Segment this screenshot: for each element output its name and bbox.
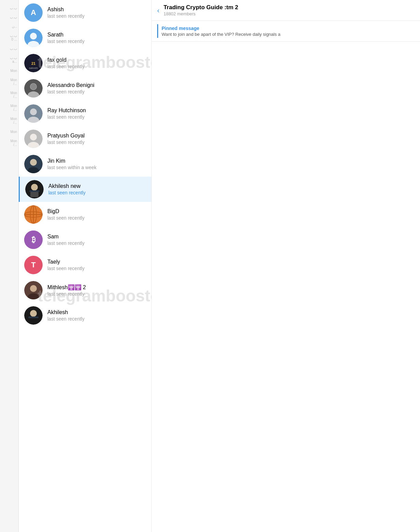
avatar-bigd [24, 205, 43, 224]
pinned-bar-accent [157, 24, 158, 38]
avatar-akhilesh-new [25, 180, 44, 198]
contact-item-ray[interactable]: Ray Hutchinson last seen recently [19, 101, 151, 126]
svg-point-9 [30, 84, 36, 90]
svg-point-1 [30, 33, 37, 40]
avatar-mithlesh [24, 281, 43, 299]
contact-info-ashish: Ashish last seen recently [47, 6, 146, 19]
svg-point-20 [31, 184, 38, 191]
contact-status-ashish: last seen recently [47, 13, 146, 19]
right-panel: ‹ Trading Crypto Guide :tm 2 18802 membe… [152, 0, 420, 532]
avatar-taely: T [24, 256, 43, 274]
avatar-sarath [24, 29, 43, 47]
contact-name-mithlesh: Mithlesh🕎🕎 2 [47, 284, 146, 291]
contact-info-akhilesh: Akhilesh last seen recently [47, 309, 146, 322]
back-button[interactable]: ‹ [157, 6, 160, 14]
sidebar-time-8: Mon/... [0, 75, 18, 88]
contact-name-akhilesh-new: Akhilesh new [48, 183, 146, 189]
avatar-fax-gold: 21 satoshi [24, 54, 43, 72]
svg-text:21: 21 [31, 61, 35, 65]
sidebar-time-13: Mon/... [0, 136, 18, 149]
contact-name-ashish: Ashish [47, 6, 146, 13]
contact-name-bigd: BigD [47, 208, 146, 215]
svg-point-17 [30, 159, 37, 166]
avatar-alessandro [24, 79, 43, 98]
contact-info-alessandro: Alessandro Benigni last seen recently [47, 82, 146, 94]
contact-name-fax-gold: fax gold [47, 57, 146, 63]
contact-name-sarath: Sarath [47, 32, 146, 38]
sidebar-time-5: ب.ب [0, 44, 18, 53]
contact-info-fax-gold: fax gold last seen recently [47, 57, 146, 69]
contact-name-taely: Taely [47, 259, 146, 265]
contact-status-bigd: last seen recently [47, 215, 146, 221]
svg-rect-21 [30, 192, 39, 197]
avatar-ashish: A [24, 3, 43, 22]
svg-rect-22 [29, 190, 40, 192]
avatar-sam: ₿ [24, 231, 43, 249]
avatar-pratyush [24, 130, 43, 148]
contact-info-taely: Taely last seen recently [47, 259, 146, 271]
contact-status-taely: last seen recently [47, 266, 146, 271]
contact-name-pratyush: Pratyush Goyal [47, 133, 146, 139]
sidebar-time-7: Mon [0, 66, 18, 75]
sidebar-time-12: Mon [0, 127, 18, 136]
contact-name-sam: Sam [47, 234, 146, 240]
sidebar-time-10: Mon/... [0, 101, 18, 114]
sidebar-time-2: ب.ب [0, 13, 18, 22]
contact-status-akhilesh: last seen recently [47, 316, 146, 322]
svg-rect-35 [28, 316, 39, 318]
sidebar-time-6: ب.بa... [0, 53, 18, 66]
pinned-text: Want to join and be apart of the VIP? Re… [162, 32, 281, 37]
svg-text:₿: ₿ [32, 235, 35, 244]
contact-item-taely[interactable]: T Taely last seen recently [19, 252, 151, 278]
avatar-ray [24, 104, 43, 123]
contact-info-pratyush: Pratyush Goyal last seen recently [47, 133, 146, 145]
contact-item-sam[interactable]: ₿ Sam last seen recently [19, 227, 151, 252]
svg-point-14 [30, 134, 37, 141]
svg-point-11 [30, 108, 37, 115]
svg-text:satoshi: satoshi [29, 66, 38, 70]
contact-status-fax-gold: last seen recently [47, 64, 146, 69]
contact-name-akhilesh: Akhilesh [47, 309, 146, 315]
contact-status-sarath: last seen recently [47, 39, 146, 44]
contact-info-jin-kim: Jin Kim last seen within a week [47, 158, 146, 170]
left-sidebar: ب.ب ب.ب ن... ب.ب0 ... ب.ب ب.بa... Mon Mo… [0, 0, 19, 532]
contact-item-alessandro[interactable]: Alessandro Benigni last seen recently [19, 76, 151, 101]
chat-header: ‹ Trading Crypto Guide :tm 2 18802 membe… [152, 0, 420, 21]
contact-name-alessandro: Alessandro Benigni [47, 82, 146, 88]
contact-info-akhilesh-new: Akhilesh new last seen recently [48, 183, 146, 195]
sidebar-time-11: Mon/... [0, 114, 18, 127]
sidebar-time-9: Mon/... [0, 88, 18, 101]
contact-info-sarath: Sarath last seen recently [47, 32, 146, 44]
contact-info-sam: Sam last seen recently [47, 234, 146, 246]
chat-title-block: Trading Crypto Guide :tm 2 18802 members [164, 4, 238, 16]
contact-item-pratyush[interactable]: Pratyush Goyal last seen recently [19, 126, 151, 151]
sidebar-time-3: ن... [0, 22, 18, 31]
contact-item-bigd[interactable]: BigD last seen recently [19, 202, 151, 227]
contact-status-ray: last seen recently [47, 114, 146, 120]
svg-point-34 [30, 310, 37, 317]
sidebar-time-1: ب.ب [0, 3, 18, 13]
contact-info-bigd: BigD last seen recently [47, 208, 146, 221]
chat-title: Trading Crypto Guide :tm 2 [164, 4, 238, 11]
contact-name-ray: Ray Hutchinson [47, 107, 146, 114]
contact-status-pratyush: last seen recently [47, 139, 146, 145]
contact-list-panel: telegrambooster.com telegrambooster.com … [19, 0, 152, 532]
contact-info-ray: Ray Hutchinson last seen recently [47, 107, 146, 120]
contact-status-sam: last seen recently [47, 240, 146, 246]
pinned-label: Pinned message [162, 26, 281, 31]
contact-status-mithlesh: last seen recently [47, 291, 146, 297]
contact-item-ashish[interactable]: A Ashish last seen recently [19, 0, 151, 25]
pinned-message-bar[interactable]: Pinned message Want to join and be apart… [152, 21, 420, 42]
contact-status-akhilesh-new: last seen recently [48, 190, 146, 195]
contact-item-jin-kim[interactable]: Jin Kim last seen within a week [19, 151, 151, 177]
contact-item-sarath[interactable]: Sarath last seen recently [19, 25, 151, 50]
contact-item-mithlesh[interactable]: Mithlesh🕎🕎 2 last seen recently [19, 278, 151, 303]
contact-item-akhilesh-new[interactable]: Akhilesh new last seen recently [19, 177, 151, 202]
chat-subtitle: 18802 members [164, 11, 238, 16]
contact-info-mithlesh: Mithlesh🕎🕎 2 last seen recently [47, 284, 146, 297]
avatar-akhilesh [24, 306, 43, 325]
pinned-content: Pinned message Want to join and be apart… [162, 26, 281, 37]
contact-item-akhilesh[interactable]: Akhilesh last seen recently [19, 303, 151, 328]
contact-item-fax-gold[interactable]: 21 satoshi fax gold last seen recently [19, 50, 151, 76]
sidebar-time-4: ب.ب0 ... [0, 31, 18, 44]
